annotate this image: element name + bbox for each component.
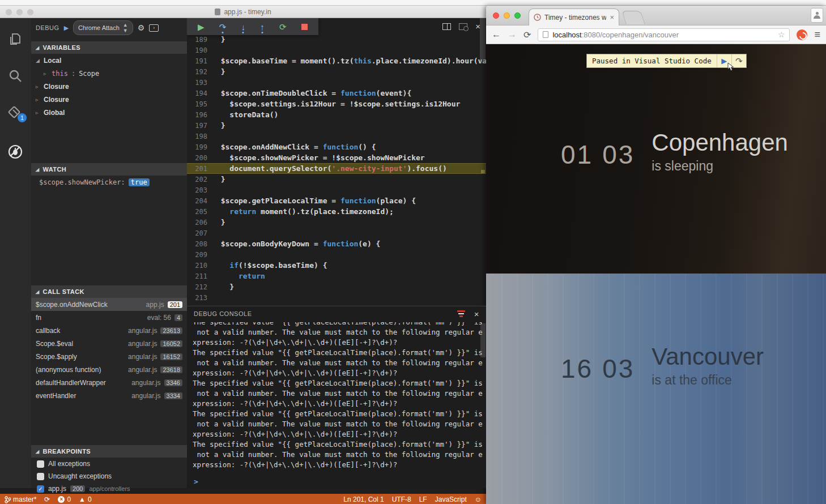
code-line[interactable]: 208 $scope.onBodyKeyDown = function(e) { bbox=[187, 238, 486, 249]
city-panel-vancouver[interactable]: 1603 Vancouver is at the office + bbox=[486, 274, 826, 504]
code-line[interactable]: 201➤ document.querySelector('.new-city-i… bbox=[187, 163, 486, 174]
code-line[interactable]: 202 } bbox=[187, 174, 486, 185]
code-line[interactable]: 207 bbox=[187, 228, 486, 238]
code-line[interactable]: 203 bbox=[187, 185, 486, 195]
address-bar[interactable]: localhost:8080/copenhagen/vancouver ☆ bbox=[538, 28, 790, 41]
callstack-frame[interactable]: defaultHandlerWrapperangular.js3346 bbox=[31, 376, 187, 389]
callstack-section-header[interactable]: ◢ CALL STACK bbox=[31, 285, 187, 298]
minimize-window-icon[interactable] bbox=[16, 9, 23, 15]
code-line[interactable]: 213 bbox=[187, 292, 486, 303]
search-icon[interactable] bbox=[7, 68, 23, 84]
breakpoint-checkbox[interactable] bbox=[37, 473, 44, 480]
watch-section-header[interactable]: ◢ WATCH bbox=[31, 163, 187, 176]
callstack-frame[interactable]: fneval: 564 bbox=[31, 311, 187, 324]
browser-tab[interactable]: Timey - timezones with a h × bbox=[529, 8, 619, 25]
restart-button[interactable]: ⟳ bbox=[279, 23, 287, 31]
breakpoint-row[interactable]: Uncaught exceptions bbox=[31, 470, 187, 482]
launch-config-dropdown[interactable]: Chrome Attach ▲▼ bbox=[73, 20, 133, 35]
code-line[interactable]: 197 } bbox=[187, 120, 486, 131]
code-line[interactable]: 204 $scope.getPlaceLocalTime = function(… bbox=[187, 195, 486, 206]
step-into-button[interactable]: ↓ bbox=[241, 23, 246, 31]
close-editor-icon[interactable]: × bbox=[475, 22, 480, 31]
callstack-frame[interactable]: Scope.$evalangular.js16052 bbox=[31, 337, 187, 350]
code-line[interactable]: 189 } bbox=[187, 34, 486, 45]
open-preview-icon[interactable] bbox=[459, 23, 467, 30]
code-line[interactable]: 190 bbox=[187, 45, 486, 55]
code-line[interactable]: 193 bbox=[187, 77, 486, 88]
start-debug-icon[interactable]: ▶ bbox=[64, 24, 69, 32]
eol-item[interactable]: LF bbox=[419, 496, 427, 503]
callstack-frame[interactable]: (anonymous function)angular.js23618 bbox=[31, 363, 187, 376]
menu-hamburger-icon[interactable]: ≡ bbox=[814, 29, 820, 41]
callstack-frame[interactable]: callbackangular.js23613 bbox=[31, 324, 187, 337]
sync-icon[interactable]: ⟳ bbox=[44, 496, 50, 503]
variables-section-header[interactable]: ◢ VARIABLES bbox=[31, 41, 187, 54]
variable-row[interactable]: ◢Local bbox=[31, 54, 187, 67]
code-line[interactable]: 195 $scope.settings.is12Hour = !$scope.s… bbox=[187, 99, 486, 109]
language-item[interactable]: JavaScript bbox=[435, 496, 467, 503]
code-line[interactable]: 199 $scope.onAddNewClick = function() { bbox=[187, 142, 486, 152]
bookmark-star-icon[interactable]: ☆ bbox=[778, 30, 785, 39]
zoom-window-icon[interactable] bbox=[514, 12, 521, 19]
code-line[interactable]: 206 } bbox=[187, 217, 486, 228]
breakpoint-checkbox[interactable]: ✓ bbox=[37, 485, 44, 493]
explorer-icon[interactable] bbox=[7, 32, 23, 48]
variable-row[interactable]: ▹this:Scope bbox=[31, 67, 187, 80]
code-line[interactable]: 191 $scope.baseTime = moment().tz(this.p… bbox=[187, 55, 486, 66]
code-line[interactable]: 200 $scope.showNewPicker = !$scope.showN… bbox=[187, 152, 486, 163]
warnings-item[interactable]: ▲ 0 bbox=[79, 496, 92, 503]
debug-console-toggle-icon[interactable]: › bbox=[149, 24, 159, 32]
configure-gear-icon[interactable]: ⚙ bbox=[138, 23, 145, 32]
code-line[interactable]: 192 } bbox=[187, 66, 486, 77]
reload-icon[interactable]: ⟳ bbox=[523, 29, 531, 40]
code-line[interactable]: 212 } bbox=[187, 281, 486, 292]
console-scrollbar[interactable] bbox=[480, 323, 486, 357]
continue-button[interactable]: ▶ bbox=[198, 23, 205, 31]
variable-row[interactable]: ▹Global bbox=[31, 106, 187, 119]
city-time[interactable]: 0103 bbox=[561, 139, 635, 174]
console-prompt[interactable]: > bbox=[194, 477, 198, 486]
console-output[interactable]: The specified value "{{ getPlaceLocalTim… bbox=[187, 322, 485, 475]
encoding-item[interactable]: UTF-8 bbox=[392, 496, 411, 503]
code-line[interactable]: 210 if(!$scope.baseTime) { bbox=[187, 260, 486, 271]
vscode-titlebar[interactable]: app.js - timey.in bbox=[0, 6, 486, 18]
split-editor-icon[interactable] bbox=[442, 23, 451, 30]
chrome-traffic-lights[interactable] bbox=[493, 12, 521, 19]
close-tab-icon[interactable]: × bbox=[610, 13, 614, 22]
breakpoint-row[interactable]: ✓app.js200app/controllers bbox=[31, 482, 187, 495]
city-panel-copenhagen[interactable]: Paused in Visual Studio Code ▶ ↷ 0103 Co… bbox=[486, 44, 826, 274]
callstack-frame[interactable]: $scope.onAddNewClickapp.js201 bbox=[31, 298, 187, 311]
breakpoints-section-header[interactable]: ◢ BREAKPOINTS bbox=[31, 445, 187, 458]
feedback-smiley-icon[interactable]: ☺ bbox=[475, 496, 482, 503]
vscode-traffic-lights[interactable] bbox=[6, 9, 33, 15]
close-window-icon[interactable] bbox=[493, 12, 499, 19]
forward-icon[interactable]: → bbox=[508, 29, 517, 40]
step-over-button[interactable]: ↷ bbox=[219, 23, 227, 31]
zoom-window-icon[interactable] bbox=[27, 9, 33, 15]
code-line[interactable]: 211 return bbox=[187, 271, 486, 281]
stop-button[interactable] bbox=[301, 24, 308, 30]
code-line[interactable]: 194 $scope.onTimeDoubleClick = function(… bbox=[187, 88, 486, 99]
extension-icon[interactable] bbox=[797, 29, 807, 40]
step-out-button[interactable]: ↑ bbox=[260, 23, 265, 31]
debug-icon[interactable] bbox=[7, 144, 23, 160]
cursor-position-item[interactable]: Ln 201, Col 1 bbox=[343, 496, 384, 503]
minimize-window-icon[interactable] bbox=[504, 12, 510, 19]
watch-expression-row[interactable]: $scope.showNewPicker: true bbox=[31, 176, 187, 189]
close-window-icon[interactable] bbox=[6, 9, 12, 15]
source-control-icon[interactable]: 1 bbox=[7, 104, 23, 120]
variable-row[interactable]: ▹Closure bbox=[31, 93, 187, 106]
code-line[interactable]: 205 return moment().tz(place.timezoneId)… bbox=[187, 206, 486, 217]
callstack-frame[interactable]: eventHandlerangular.js3334 bbox=[31, 389, 187, 402]
variable-row[interactable]: ▹Closure bbox=[31, 80, 187, 93]
profile-button[interactable] bbox=[811, 8, 823, 23]
back-icon[interactable]: ← bbox=[492, 29, 501, 40]
callstack-frame[interactable]: Scope.$applyangular.js16152 bbox=[31, 350, 187, 363]
git-branch-item[interactable]: master* bbox=[5, 496, 36, 503]
code-line[interactable]: 209 bbox=[187, 249, 486, 260]
filter-icon[interactable] bbox=[457, 310, 465, 317]
editor-scrollbar[interactable] bbox=[480, 18, 486, 63]
breakpoint-row[interactable]: All exceptions bbox=[31, 458, 187, 470]
code-line[interactable]: 198 bbox=[187, 131, 486, 142]
breakpoint-checkbox[interactable] bbox=[37, 460, 44, 468]
